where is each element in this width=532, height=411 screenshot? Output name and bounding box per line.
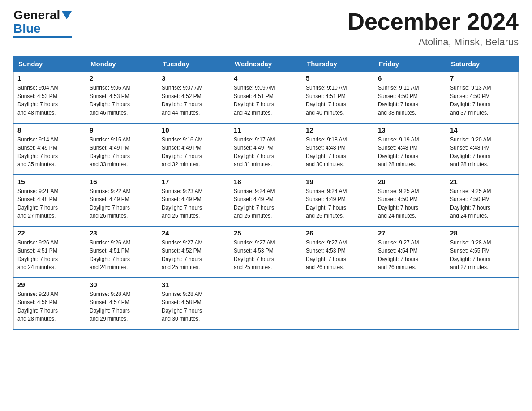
day-number: 24 xyxy=(162,229,226,237)
week-row-4: 22 Sunrise: 9:26 AM Sunset: 4:51 PM Dayl… xyxy=(14,226,519,278)
location-subtitle: Atolina, Minsk, Belarus xyxy=(348,36,519,48)
month-year-title: December 2024 xyxy=(348,9,519,34)
day-info: Sunrise: 9:10 AM Sunset: 4:51 PM Dayligh… xyxy=(306,84,370,117)
col-sunday: Sunday xyxy=(14,56,86,72)
week-row-1: 1 Sunrise: 9:04 AM Sunset: 4:53 PM Dayli… xyxy=(14,72,519,123)
calendar-cell: 4 Sunrise: 9:09 AM Sunset: 4:51 PM Dayli… xyxy=(230,72,302,123)
day-info: Sunrise: 9:27 AM Sunset: 4:52 PM Dayligh… xyxy=(162,239,226,272)
day-number: 25 xyxy=(234,229,298,237)
calendar-cell: 31 Sunrise: 9:28 AM Sunset: 4:58 PM Dayl… xyxy=(158,278,230,329)
calendar-cell: 11 Sunrise: 9:17 AM Sunset: 4:49 PM Dayl… xyxy=(230,123,302,175)
day-info: Sunrise: 9:27 AM Sunset: 4:54 PM Dayligh… xyxy=(378,239,442,272)
day-number: 11 xyxy=(234,126,298,134)
col-tuesday: Tuesday xyxy=(158,56,230,72)
day-info: Sunrise: 9:21 AM Sunset: 4:48 PM Dayligh… xyxy=(17,187,82,220)
day-number: 29 xyxy=(17,281,82,288)
calendar-cell: 13 Sunrise: 9:19 AM Sunset: 4:48 PM Dayl… xyxy=(374,123,446,175)
day-number: 28 xyxy=(450,229,515,237)
day-number: 10 xyxy=(162,126,226,134)
logo-general-text: General xyxy=(13,9,60,21)
logo-blue-text: Blue xyxy=(13,21,41,36)
header-right: December 2024 Atolina, Minsk, Belarus xyxy=(348,9,519,48)
day-number: 9 xyxy=(90,126,154,134)
calendar-cell xyxy=(374,278,446,329)
day-info: Sunrise: 9:26 AM Sunset: 4:51 PM Dayligh… xyxy=(90,239,154,272)
day-info: Sunrise: 9:04 AM Sunset: 4:53 PM Dayligh… xyxy=(17,84,82,117)
page-header: General Blue December 2024 Atolina, Mins… xyxy=(13,9,519,48)
logo-underline xyxy=(13,36,72,38)
day-number: 27 xyxy=(378,229,442,237)
day-number: 6 xyxy=(378,74,442,82)
calendar-cell: 19 Sunrise: 9:24 AM Sunset: 4:49 PM Dayl… xyxy=(302,175,374,226)
day-number: 18 xyxy=(234,178,298,185)
calendar-cell: 26 Sunrise: 9:27 AM Sunset: 4:53 PM Dayl… xyxy=(302,226,374,278)
logo-triangle-icon xyxy=(62,9,72,21)
calendar-body: 1 Sunrise: 9:04 AM Sunset: 4:53 PM Dayli… xyxy=(14,72,519,329)
day-info: Sunrise: 9:27 AM Sunset: 4:53 PM Dayligh… xyxy=(306,239,370,272)
day-info: Sunrise: 9:28 AM Sunset: 4:58 PM Dayligh… xyxy=(162,290,226,323)
day-number: 3 xyxy=(162,74,226,82)
calendar-cell: 27 Sunrise: 9:27 AM Sunset: 4:54 PM Dayl… xyxy=(374,226,446,278)
day-info: Sunrise: 9:14 AM Sunset: 4:49 PM Dayligh… xyxy=(17,136,82,169)
calendar-cell: 16 Sunrise: 9:22 AM Sunset: 4:49 PM Dayl… xyxy=(86,175,158,226)
calendar-cell: 9 Sunrise: 9:15 AM Sunset: 4:49 PM Dayli… xyxy=(86,123,158,175)
calendar-cell xyxy=(446,278,519,329)
day-number: 26 xyxy=(306,229,370,237)
calendar-cell: 2 Sunrise: 9:06 AM Sunset: 4:53 PM Dayli… xyxy=(86,72,158,123)
col-monday: Monday xyxy=(86,56,158,72)
day-number: 15 xyxy=(17,178,82,185)
col-saturday: Saturday xyxy=(446,56,519,72)
calendar-cell: 10 Sunrise: 9:16 AM Sunset: 4:49 PM Dayl… xyxy=(158,123,230,175)
calendar-header: Sunday Monday Tuesday Wednesday Thursday… xyxy=(14,56,519,72)
calendar-cell: 21 Sunrise: 9:25 AM Sunset: 4:50 PM Dayl… xyxy=(446,175,519,226)
day-number: 13 xyxy=(378,126,442,134)
day-info: Sunrise: 9:13 AM Sunset: 4:50 PM Dayligh… xyxy=(450,84,515,117)
day-info: Sunrise: 9:06 AM Sunset: 4:53 PM Dayligh… xyxy=(90,84,154,117)
week-row-5: 29 Sunrise: 9:28 AM Sunset: 4:56 PM Dayl… xyxy=(14,278,519,329)
day-header-row: Sunday Monday Tuesday Wednesday Thursday… xyxy=(14,56,519,72)
day-number: 2 xyxy=(90,74,154,82)
day-number: 22 xyxy=(17,229,82,237)
col-friday: Friday xyxy=(374,56,446,72)
day-number: 1 xyxy=(17,74,82,82)
day-number: 7 xyxy=(450,74,515,82)
calendar-cell xyxy=(230,278,302,329)
day-number: 17 xyxy=(162,178,226,185)
calendar-cell: 8 Sunrise: 9:14 AM Sunset: 4:49 PM Dayli… xyxy=(14,123,86,175)
day-info: Sunrise: 9:16 AM Sunset: 4:49 PM Dayligh… xyxy=(162,136,226,169)
day-number: 4 xyxy=(234,74,298,82)
calendar-table: Sunday Monday Tuesday Wednesday Thursday… xyxy=(13,56,519,330)
day-number: 5 xyxy=(306,74,370,82)
calendar-cell: 22 Sunrise: 9:26 AM Sunset: 4:51 PM Dayl… xyxy=(14,226,86,278)
day-info: Sunrise: 9:23 AM Sunset: 4:49 PM Dayligh… xyxy=(162,187,226,220)
day-info: Sunrise: 9:09 AM Sunset: 4:51 PM Dayligh… xyxy=(234,84,298,117)
day-info: Sunrise: 9:25 AM Sunset: 4:50 PM Dayligh… xyxy=(378,187,442,220)
day-info: Sunrise: 9:20 AM Sunset: 4:48 PM Dayligh… xyxy=(450,136,515,169)
calendar-cell: 12 Sunrise: 9:18 AM Sunset: 4:48 PM Dayl… xyxy=(302,123,374,175)
day-number: 23 xyxy=(90,229,154,237)
day-info: Sunrise: 9:28 AM Sunset: 4:55 PM Dayligh… xyxy=(450,239,515,272)
calendar-cell: 25 Sunrise: 9:27 AM Sunset: 4:53 PM Dayl… xyxy=(230,226,302,278)
day-number: 31 xyxy=(162,281,226,288)
day-info: Sunrise: 9:07 AM Sunset: 4:52 PM Dayligh… xyxy=(162,84,226,117)
day-info: Sunrise: 9:22 AM Sunset: 4:49 PM Dayligh… xyxy=(90,187,154,220)
week-row-2: 8 Sunrise: 9:14 AM Sunset: 4:49 PM Dayli… xyxy=(14,123,519,175)
day-info: Sunrise: 9:26 AM Sunset: 4:51 PM Dayligh… xyxy=(17,239,82,272)
calendar-cell xyxy=(302,278,374,329)
day-info: Sunrise: 9:24 AM Sunset: 4:49 PM Dayligh… xyxy=(306,187,370,220)
calendar-cell: 28 Sunrise: 9:28 AM Sunset: 4:55 PM Dayl… xyxy=(446,226,519,278)
calendar-cell: 3 Sunrise: 9:07 AM Sunset: 4:52 PM Dayli… xyxy=(158,72,230,123)
day-number: 30 xyxy=(90,281,154,288)
logo: General Blue xyxy=(13,9,72,38)
day-info: Sunrise: 9:27 AM Sunset: 4:53 PM Dayligh… xyxy=(234,239,298,272)
svg-marker-0 xyxy=(62,11,72,19)
day-info: Sunrise: 9:19 AM Sunset: 4:48 PM Dayligh… xyxy=(378,136,442,169)
day-number: 16 xyxy=(90,178,154,185)
calendar-cell: 7 Sunrise: 9:13 AM Sunset: 4:50 PM Dayli… xyxy=(446,72,519,123)
calendar-cell: 5 Sunrise: 9:10 AM Sunset: 4:51 PM Dayli… xyxy=(302,72,374,123)
day-number: 21 xyxy=(450,178,515,185)
col-wednesday: Wednesday xyxy=(230,56,302,72)
calendar-cell: 20 Sunrise: 9:25 AM Sunset: 4:50 PM Dayl… xyxy=(374,175,446,226)
day-number: 14 xyxy=(450,126,515,134)
day-number: 8 xyxy=(17,126,82,134)
